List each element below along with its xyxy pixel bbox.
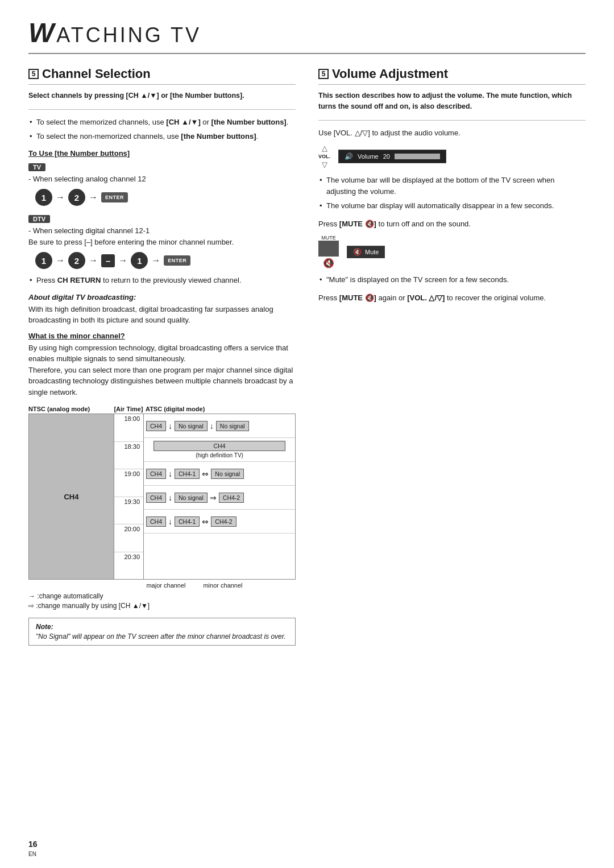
arrow-ex-3: ⇔ (202, 517, 209, 526)
mute-x-icon: 🔇 (353, 248, 362, 256)
arrow-down-1: ↓ (168, 421, 172, 431)
chart-section: NTSC (analog mode) [Air Time] ATSC (digi… (28, 406, 296, 589)
mute-top-label: MUTE (321, 235, 336, 241)
mute-bullets: "Mute" is displayed on the TV screen for… (318, 274, 586, 286)
mute-instruction: Press [MUTE 🔇] to turn off and on the so… (318, 218, 586, 230)
note-body: "No Signal" will appear on the TV screen… (36, 633, 288, 640)
minor-channel-body: By using high compression technology, di… (28, 342, 296, 398)
arrow-1: → (56, 192, 65, 202)
arrow-down-3: ↓ (168, 469, 172, 478)
page-title: WATCHING TV (28, 17, 586, 48)
minor-label: minor channel (189, 582, 257, 589)
chart-wrapper: CH4 18:00 18:30 19:00 19:30 20:00 20:30 (28, 414, 296, 580)
arrow-down-5: ↓ (168, 517, 172, 526)
vol-display: △ VOL. ▽ 🔊 Volume 20 (318, 144, 586, 169)
digital-btn-seq: 1 → 2 → – → 1 → ENTER (35, 252, 296, 269)
vol-bar (395, 154, 440, 159)
cell-nosig-4: No signal (175, 493, 208, 503)
arrow-down-4: ↓ (168, 493, 172, 502)
page-number: 16 EN (28, 840, 38, 858)
cell-nosig-2: No signal (216, 421, 249, 431)
cell-ch42-1: CH4-2 (219, 493, 244, 503)
time-1900: 19:00 (114, 469, 143, 497)
mute-bar-display: 🔇 Mute (347, 246, 385, 258)
cell-hd-label: (high definition TV) (196, 452, 243, 458)
major-label: major channel (143, 582, 189, 589)
vol-bullet-1: The volume bar will be displayed at the … (318, 175, 586, 197)
section-rule (28, 109, 296, 110)
arrow-2: → (89, 192, 98, 202)
arrow-d2: → (89, 255, 98, 266)
volume-title: 5 Volume Adjustment (318, 67, 586, 85)
btn-enter-1: ENTER (101, 192, 128, 202)
legend-manual-text: ⇨ :change manually by using [CH ▲/▼] (28, 602, 150, 610)
vol-label: VOL. (318, 154, 330, 159)
btn-enter-2: ENTER (164, 255, 190, 266)
cell-ch41-1: CH4-1 (175, 469, 200, 479)
ntsc-ch4: CH4 (64, 493, 78, 501)
btn-2: 2 (68, 189, 85, 206)
cell-ch4-4: CH4 (146, 516, 166, 527)
vol-number: 20 (383, 153, 390, 160)
atsc-label: ATSC (digital mode) (146, 406, 205, 412)
chart-ntsc-col: CH4 (29, 414, 114, 579)
vol-speaker-icon: 🔊 (345, 152, 353, 160)
digital-broadcasting-heading: About digital TV broadcasting: (28, 293, 296, 301)
vol-bar-display: 🔊 Volume 20 (338, 150, 446, 163)
cell-ch4-3: CH4 (146, 493, 166, 503)
two-col-layout: 5 Channel Selection Select channels by p… (28, 67, 586, 646)
time-2030: 20:30 (114, 552, 143, 580)
atsc-row-4: CH4 ↓ No signal ⇒ CH4-2 (144, 486, 295, 510)
analog-note: - When selecting analog channel 12 (28, 173, 296, 185)
dtv-badge: DTV (28, 215, 50, 223)
mute-symbol: 🔇 (323, 258, 334, 268)
arrow-d4: → (151, 255, 160, 266)
page: WATCHING TV 5 Channel Selection Select c… (0, 0, 614, 868)
channel-subtitle: Select channels by pressing [CH ▲/▼] or … (28, 90, 296, 101)
atsc-row-3: CH4 ↓ CH4-1 ⇔ No signal (144, 462, 295, 486)
btn-dash: – (101, 254, 115, 267)
cell-nosig-3: No signal (211, 469, 244, 479)
bullet-1: To select the memorized channels, use [C… (28, 117, 296, 128)
time-1830: 18:30 (114, 442, 143, 470)
recover-instruction: Press [MUTE 🔇] again or [VOL. △/▽] to re… (318, 292, 586, 304)
atsc-row-6 (144, 534, 295, 545)
digital-note: - When selecting digital channel 12-1Be … (28, 225, 296, 247)
arrow-d3: → (118, 255, 127, 266)
btn-d2: 2 (68, 252, 85, 269)
header-letter: W (28, 18, 56, 48)
vol-up-icon: △ (322, 144, 327, 152)
atsc-row-5: CH4 ↓ CH4-1 ⇔ CH4-2 (144, 510, 295, 534)
mute-bullet-1: "Mute" is displayed on the TV screen for… (318, 274, 586, 286)
atsc-row-1: CH4 ↓ No signal ↓ No signal (144, 414, 295, 438)
vol-text: Volume (358, 153, 379, 160)
channel-bullets: To select the memorized channels, use [C… (28, 117, 296, 142)
vol-down-icon: ▽ (322, 160, 327, 169)
chart-times: 18:00 18:30 19:00 19:30 20:00 20:30 (114, 414, 144, 579)
mute-rect (318, 241, 339, 257)
ch-return-bullet: Press CH RETURN to return to the previou… (28, 275, 296, 286)
atsc-row-2: CH4 (high definition TV) (144, 438, 295, 462)
cell-ch4-2: CH4 (146, 469, 166, 479)
btn-d3: 1 (131, 252, 148, 269)
channel-selection-title: 5 Channel Selection (28, 67, 296, 85)
arrow-d1: → (56, 255, 65, 266)
col-left: 5 Channel Selection Select channels by p… (28, 67, 296, 646)
time-1800: 18:00 (114, 414, 143, 442)
arrow-ex-2: ⇒ (210, 493, 217, 502)
tv-badge: TV (28, 163, 45, 171)
arrow-down-2: ↓ (210, 421, 214, 431)
page-lang: EN (28, 851, 36, 857)
ntsc-label: NTSC (analog mode) (28, 406, 114, 412)
what-minor-heading: What is the minor channel? (28, 332, 296, 340)
note-title: Note: (36, 623, 288, 631)
note-box: Note: "No Signal" will appear on the TV … (28, 618, 296, 646)
btn-d1: 1 (35, 252, 52, 269)
legend-auto-text: → :change automatically (28, 592, 103, 600)
time-2000: 20:00 (114, 524, 143, 552)
use-number-buttons-heading: To Use [the Number buttons] (28, 149, 296, 158)
arrow-ex-1: ⇔ (202, 469, 209, 478)
mute-button-display: MUTE 🔇 (318, 235, 339, 268)
chart-header-row: NTSC (analog mode) [Air Time] ATSC (digi… (28, 406, 296, 412)
cell-ch4-1: CH4 (146, 421, 166, 431)
